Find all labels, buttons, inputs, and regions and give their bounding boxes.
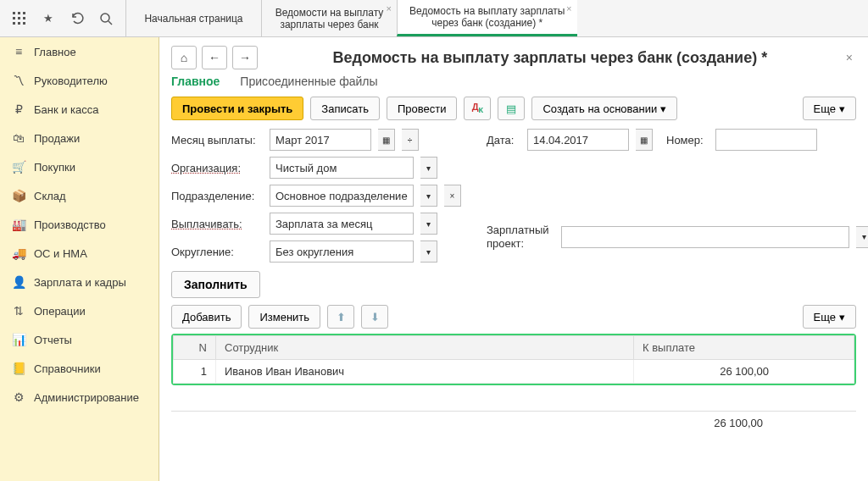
close-icon[interactable]: ×: [387, 3, 392, 14]
gear-icon: ⚙: [12, 390, 25, 404]
number-field[interactable]: [715, 129, 817, 151]
sidebar-item-warehouse[interactable]: 📦Склад: [0, 181, 159, 210]
row-month: Месяц выплаты: Март 2017 ▦ ÷: [171, 129, 461, 151]
ledger-button[interactable]: ДК: [464, 97, 491, 120]
tab-start-page[interactable]: Начальная страница: [125, 0, 261, 36]
move-up-button[interactable]: ⬆: [327, 305, 354, 329]
svg-rect-6: [13, 22, 15, 25]
pay-field[interactable]: Зарплата за месяц: [270, 213, 414, 235]
doc-header: ⌂ ← → Ведомость на выплату зарплаты чере…: [171, 46, 856, 69]
tab-label: Ведомости на выплату: [274, 7, 385, 19]
sidebar-item-admin[interactable]: ⚙Администрирование: [0, 383, 159, 412]
round-dropdown[interactable]: ▾: [420, 240, 437, 263]
totals-row: 26 100,00: [171, 411, 856, 434]
sidebar-item-sales[interactable]: 🛍Продажи: [0, 124, 159, 152]
svg-rect-5: [23, 17, 25, 19]
book-icon: 📒: [12, 362, 25, 375]
cart-icon: 🛒: [12, 160, 25, 174]
factory-icon: 🏭: [12, 218, 25, 231]
org-field[interactable]: Чистый дом: [270, 157, 414, 179]
project-dropdown[interactable]: ▾: [856, 226, 868, 248]
svg-rect-3: [13, 17, 15, 19]
ruble-icon: ₽: [12, 102, 25, 116]
svg-rect-1: [18, 12, 20, 14]
table-more-button[interactable]: Еще ▾: [803, 305, 856, 329]
sidebar-item-bank[interactable]: ₽Банк и касса: [0, 95, 159, 124]
month-picker-button[interactable]: ▦: [378, 129, 395, 151]
col-amount: К выплате: [634, 336, 854, 360]
add-row-button[interactable]: Добавить: [171, 305, 242, 329]
close-icon[interactable]: ×: [566, 3, 571, 14]
create-based-button[interactable]: Создать на основании ▾: [531, 97, 677, 120]
sidebar: ≡Главное 〽Руководителю ₽Банк и касса 🛍Пр…: [0, 37, 159, 481]
tab-label: зарплаты через банк: [274, 19, 385, 30]
edit-row-button[interactable]: Изменить: [248, 305, 320, 329]
row-date: Дата: 14.04.2017 ▦ Номер:: [487, 129, 868, 151]
svg-line-10: [108, 21, 112, 25]
star-icon[interactable]: ★: [41, 11, 56, 26]
print-button[interactable]: ▤: [498, 97, 525, 120]
sidebar-item-purchases[interactable]: 🛒Покупки: [0, 152, 159, 181]
table-row[interactable]: 1 Иванов Иван Иванович 26 100,00: [174, 360, 854, 384]
round-field[interactable]: Без округления: [270, 240, 414, 263]
svg-point-9: [101, 14, 109, 22]
fill-button[interactable]: Заполнить: [171, 271, 260, 298]
svg-rect-7: [18, 22, 20, 25]
org-dropdown[interactable]: ▾: [420, 157, 437, 179]
document-icon: ▤: [506, 102, 516, 115]
ops-icon: ⇅: [12, 304, 25, 318]
post-and-close-button[interactable]: Провести и закрыть: [171, 97, 303, 120]
cell-amount: 26 100,00: [634, 360, 854, 384]
dept-clear[interactable]: ×: [444, 185, 461, 207]
tab-label: через банк (создание) *: [409, 17, 565, 29]
pay-dropdown[interactable]: ▾: [420, 213, 437, 235]
fill-row: Заполнить: [171, 271, 856, 298]
tab-payroll-doc[interactable]: Ведомость на выплату зарплаты через банк…: [397, 0, 577, 36]
back-button[interactable]: ←: [202, 46, 227, 69]
dept-dropdown[interactable]: ▾: [420, 185, 437, 207]
move-down-button[interactable]: ⬇: [361, 305, 388, 329]
row-dept: Подразделение: Основное подразделение ▾ …: [171, 185, 461, 207]
sidebar-item-operations[interactable]: ⇅Операции: [0, 296, 159, 325]
post-button[interactable]: Провести: [387, 97, 458, 120]
project-field[interactable]: [561, 226, 849, 248]
close-button[interactable]: ×: [843, 47, 856, 68]
sidebar-item-label: Покупки: [34, 161, 75, 174]
subtab-files[interactable]: Присоединенные файлы: [240, 75, 377, 88]
save-button[interactable]: Записать: [310, 97, 380, 120]
sidebar-item-production[interactable]: 🏭Производство: [0, 210, 159, 239]
forward-button[interactable]: →: [232, 46, 258, 69]
sidebar-item-hr[interactable]: 👤Зарплата и кадры: [0, 268, 159, 296]
sidebar-item-manager[interactable]: 〽Руководителю: [0, 66, 159, 95]
arrow-left-icon: ←: [209, 51, 220, 64]
home-icon: ⌂: [181, 51, 187, 64]
svg-rect-8: [23, 22, 25, 25]
history-icon[interactable]: [70, 11, 85, 26]
sidebar-item-catalogs[interactable]: 📒Справочники: [0, 354, 159, 383]
month-stepper[interactable]: ÷: [402, 129, 419, 151]
apps-icon[interactable]: [12, 11, 27, 26]
tab-payroll-list[interactable]: Ведомости на выплату зарплаты через банк…: [261, 0, 397, 36]
sidebar-item-reports[interactable]: 📊Отчеты: [0, 325, 159, 354]
month-field[interactable]: Март 2017: [270, 129, 371, 151]
form-fields: Месяц выплаты: Март 2017 ▦ ÷ Организация…: [171, 129, 856, 263]
arrow-up-icon: ⬆: [337, 311, 346, 323]
date-picker-button[interactable]: ▦: [636, 129, 653, 151]
round-label: Округление:: [171, 246, 263, 258]
sidebar-item-main[interactable]: ≡Главное: [0, 37, 159, 66]
more-button[interactable]: Еще ▾: [803, 97, 856, 120]
dept-field[interactable]: Основное подразделение: [270, 185, 414, 207]
search-icon[interactable]: [98, 11, 114, 26]
report-icon: 📊: [12, 333, 25, 346]
home-button[interactable]: ⌂: [171, 46, 197, 69]
table-toolbar: Добавить Изменить ⬆ ⬇ Еще ▾: [171, 305, 856, 329]
subtab-main[interactable]: Главное: [171, 75, 220, 88]
total-amount: 26 100,00: [678, 417, 848, 429]
sidebar-item-label: Руководителю: [34, 75, 108, 87]
person-icon: 👤: [12, 275, 25, 289]
sidebar-item-label: Отчеты: [34, 334, 72, 346]
sidebar-item-label: Продажи: [34, 132, 80, 145]
sidebar-item-assets[interactable]: 🚚ОС и НМА: [0, 239, 159, 268]
row-round: Округление: Без округления ▾: [171, 240, 461, 263]
date-field[interactable]: 14.04.2017: [527, 129, 629, 151]
